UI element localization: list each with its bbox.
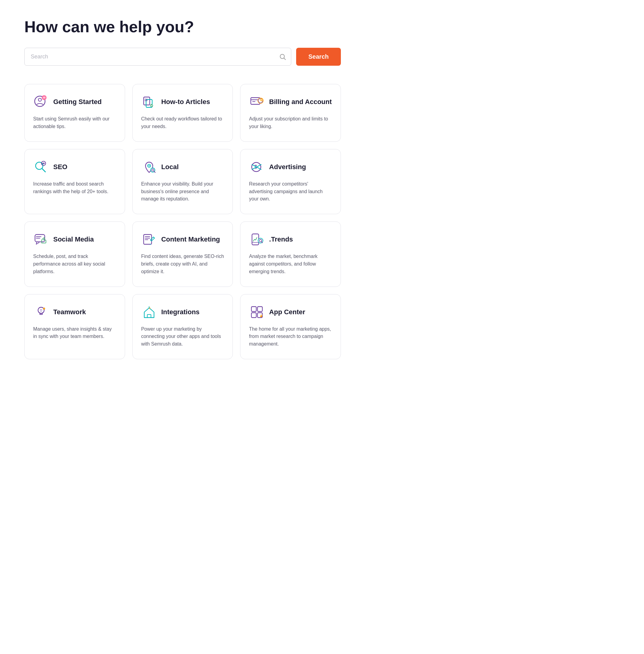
svg-point-44 [41, 309, 42, 310]
svg-line-22 [154, 171, 155, 172]
card-social-media-header: Social Media [33, 232, 116, 247]
card-billing-account-header: Billing and Account [249, 94, 332, 110]
svg-line-53 [262, 315, 263, 315]
svg-point-43 [40, 309, 41, 310]
cards-grid: Getting Started Start using Semrush easi… [24, 84, 341, 359]
card-teamwork-title: Teamwork [53, 308, 86, 316]
svg-line-16 [42, 169, 45, 172]
card-social-media-desc: Schedule, post, and track performance ac… [33, 253, 116, 275]
card-app-center-title: App Center [269, 308, 305, 316]
card-local-desc: Enhance your visibility. Build your busi… [141, 180, 224, 203]
social-media-icon [33, 232, 49, 247]
seo-icon [33, 159, 49, 175]
card-seo[interactable]: SEO Increase traffic and boost search ra… [24, 149, 125, 214]
search-icon [279, 53, 286, 60]
card-content-marketing-desc: Find content ideas, generate SEO-rich br… [141, 253, 224, 275]
card-advertising-title: Advertising [269, 163, 306, 171]
card-local-header: Local [141, 159, 224, 175]
card-integrations-title: Integrations [161, 308, 200, 316]
svg-point-5 [44, 98, 44, 99]
card-local-title: Local [161, 163, 179, 171]
card-how-to-articles-title: How-to Articles [161, 98, 210, 106]
card-getting-started-header: Getting Started [33, 94, 116, 110]
card-advertising-header: $ Advertising [249, 159, 332, 175]
card-getting-started[interactable]: Getting Started Start using Semrush easi… [24, 84, 125, 142]
billing-account-icon [249, 94, 265, 110]
card-social-media[interactable]: Social Media Schedule, post, and track p… [24, 221, 125, 287]
content-marketing-icon [141, 232, 157, 247]
card-trends-header: .Trends [249, 232, 332, 247]
svg-point-51 [260, 315, 262, 317]
card-how-to-articles[interactable]: How-to Articles Check out ready workflow… [132, 84, 233, 142]
card-advertising-desc: Research your competitors' advertising c… [249, 180, 332, 203]
card-social-media-title: Social Media [53, 236, 94, 243]
card-content-marketing-title: Content Marketing [161, 236, 220, 243]
card-seo-header: SEO [33, 159, 116, 175]
card-app-center-desc: The home for all your marketing apps, fr… [249, 325, 332, 348]
svg-line-1 [284, 58, 285, 59]
card-how-to-articles-header: How-to Articles [141, 94, 224, 110]
card-app-center[interactable]: App Center The home for all your marketi… [240, 294, 341, 359]
card-seo-desc: Increase traffic and boost search rankin… [33, 180, 116, 196]
search-input-wrapper [24, 48, 291, 66]
svg-point-4 [42, 95, 47, 100]
card-app-center-header: App Center [249, 304, 332, 320]
search-input[interactable] [25, 48, 291, 66]
svg-rect-45 [147, 315, 151, 318]
card-teamwork-header: Teamwork [33, 304, 116, 320]
card-teamwork[interactable]: Teamwork Manage users, share insights & … [24, 294, 125, 359]
trends-icon [249, 232, 265, 247]
card-content-marketing-header: Content Marketing [141, 232, 224, 247]
search-row: Search [24, 48, 341, 66]
getting-started-icon [33, 94, 49, 110]
card-getting-started-title: Getting Started [53, 98, 102, 106]
card-billing-account[interactable]: Billing and Account Adjust your subscrip… [240, 84, 341, 142]
svg-rect-47 [251, 307, 256, 312]
card-billing-account-title: Billing and Account [269, 98, 332, 106]
card-content-marketing[interactable]: Content Marketing Find content ideas, ge… [132, 221, 233, 287]
teamwork-icon [33, 304, 49, 320]
card-trends-title: .Trends [269, 236, 293, 243]
svg-rect-31 [144, 235, 152, 244]
how-to-articles-icon [141, 94, 157, 110]
search-button[interactable]: Search [296, 48, 341, 66]
card-integrations-header: Integrations [141, 304, 224, 320]
card-advertising[interactable]: $ Advertising Research your competitors'… [240, 149, 341, 214]
svg-point-3 [38, 98, 41, 101]
svg-point-19 [148, 165, 150, 166]
app-center-icon [249, 304, 265, 320]
svg-rect-48 [257, 307, 262, 312]
card-integrations[interactable]: Integrations Power up your marketing by … [132, 294, 233, 359]
card-getting-started-desc: Start using Semrush easily with our acti… [33, 115, 116, 130]
card-teamwork-desc: Manage users, share insights & stay in s… [33, 325, 116, 341]
svg-rect-36 [252, 234, 259, 245]
card-billing-account-desc: Adjust your subscription and limits to y… [249, 115, 332, 130]
card-seo-title: SEO [53, 163, 67, 171]
card-trends[interactable]: .Trends Analyze the market, benchmark ag… [240, 221, 341, 287]
card-local[interactable]: Local Enhance your visibility. Build you… [132, 149, 233, 214]
card-integrations-desc: Power up your marketing by connecting yo… [141, 325, 224, 348]
integrations-icon [141, 304, 157, 320]
page-title: How can we help you? [24, 18, 341, 35]
card-trends-desc: Analyze the market, benchmark against co… [249, 253, 332, 275]
svg-rect-49 [251, 313, 256, 318]
local-icon [141, 159, 157, 175]
advertising-icon: $ [249, 159, 265, 175]
card-how-to-articles-desc: Check out ready workflows tailored to yo… [141, 115, 224, 130]
